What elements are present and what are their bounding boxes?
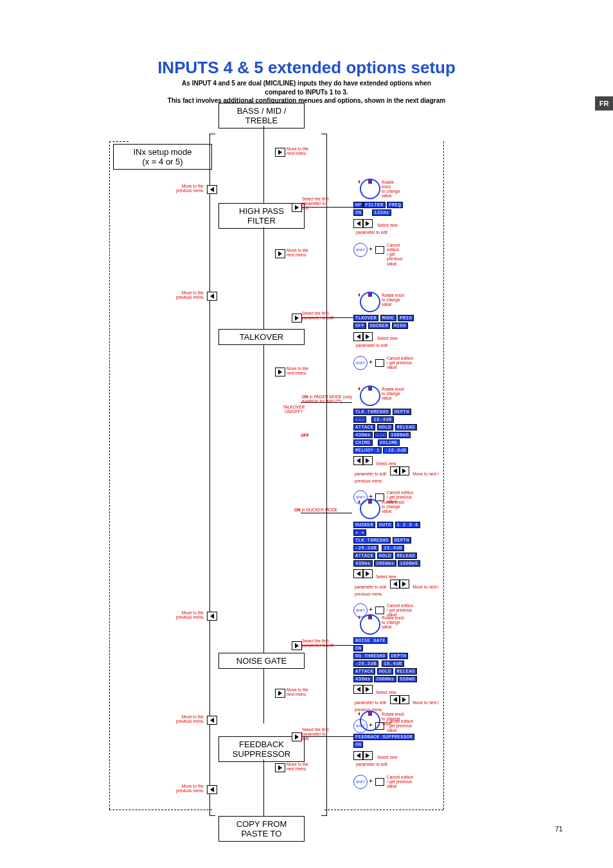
knob-icon[interactable] — [360, 499, 380, 519]
knob-icon[interactable] — [360, 614, 380, 635]
next-icon[interactable] — [275, 368, 285, 376]
on-ducker-label: ON in DUCKER MODE — [294, 508, 337, 512]
prev-icon[interactable] — [207, 785, 217, 794]
nav-pair[interactable] — [353, 569, 373, 578]
page-subtitle: As INPUT 4 and 5 are dual (MIC/LINE) inp… — [0, 79, 613, 105]
prev-icon[interactable] — [207, 612, 217, 621]
shift-button[interactable]: SHIFT — [353, 356, 368, 370]
next-icon[interactable] — [275, 148, 285, 157]
next-icon[interactable] — [292, 732, 302, 741]
cancel-button[interactable] — [375, 359, 384, 367]
hpf-panel: Rotate knobto changevalue HPFILTER FREQ … — [353, 179, 403, 257]
nav-pair[interactable] — [353, 456, 373, 465]
next-icon[interactable] — [292, 314, 302, 323]
nav-pair[interactable] — [353, 219, 373, 228]
cancel-button[interactable] — [375, 778, 384, 786]
next-icon[interactable] — [275, 249, 285, 258]
on-pager-label: ON in PAGER MODE (onlyavailable for INPU… — [302, 394, 352, 403]
select-first-label: Select the firstparameter toedit — [302, 197, 328, 210]
copypaste-box: COPY FROMPASTE TO — [218, 816, 305, 842]
next-icon[interactable] — [292, 203, 302, 212]
feedback-panel: Rotate knobto changevalue FEEDBACK SUPPR… — [353, 711, 414, 789]
nav-pair[interactable] — [390, 580, 409, 589]
prev-icon[interactable] — [207, 292, 217, 301]
bass-mid-treble-box: BASS / MID /TREBLE — [218, 103, 305, 128]
next-icon[interactable] — [292, 641, 302, 650]
nav-pair[interactable] — [353, 685, 373, 694]
move-prev-label: Move to theprevious menu — [176, 184, 204, 193]
shift-button[interactable]: SHIFT — [353, 775, 368, 789]
prev-icon[interactable] — [207, 716, 217, 725]
page-title: INPUTS 4 & 5 extended options setup — [0, 0, 613, 78]
next-icon[interactable] — [275, 763, 285, 772]
off-label: OFF — [301, 433, 309, 438]
next-icon[interactable] — [275, 689, 285, 698]
nav-pair[interactable] — [390, 466, 409, 475]
nav-pair[interactable] — [353, 332, 373, 341]
move-next-label: Move to thenext menu — [287, 146, 308, 155]
prev-icon[interactable] — [207, 185, 217, 194]
knob-icon[interactable] — [360, 385, 380, 406]
knob-icon[interactable] — [360, 292, 380, 312]
talkover-box: TALKOVER — [218, 329, 305, 345]
inx-setup-box: INx setup mode(x = 4 or 5) — [113, 144, 212, 170]
shift-button[interactable]: SHIFT — [353, 243, 368, 257]
ducker-panel: Rotate knobto changevalue DUCKER OUTS 1 … — [353, 499, 438, 617]
knob-icon[interactable] — [360, 179, 380, 199]
noisegate-box: NOISE GATE — [218, 653, 305, 669]
talkover-panel: Rotate knobto changevalue TLKOVER MODE P… — [353, 292, 414, 370]
pager-panel: Rotate knobto changevalue TLK THRESHD DE… — [353, 385, 438, 504]
knob-icon[interactable] — [360, 711, 380, 731]
nav-pair[interactable] — [390, 695, 409, 704]
language-tab: FR — [595, 96, 613, 111]
cancel-button[interactable] — [375, 246, 384, 254]
nav-pair[interactable] — [353, 751, 373, 760]
cancel-button[interactable] — [375, 607, 384, 614]
talkover-onoff-label: TALKOVERON/OFF? — [283, 405, 305, 414]
